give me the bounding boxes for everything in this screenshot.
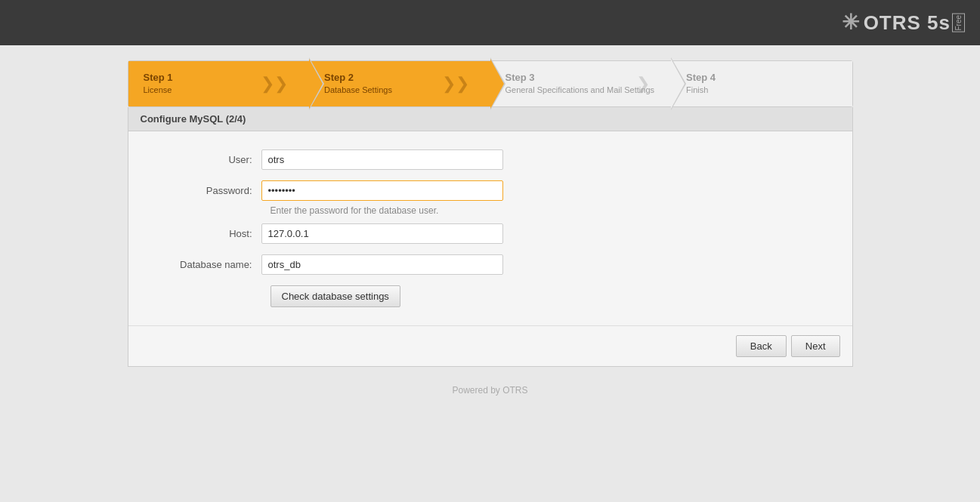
user-label: User: bbox=[141, 149, 261, 165]
steps-bar: Step 1 License ❯❯ Step 2 Database Settin… bbox=[128, 60, 853, 107]
main-container: Step 1 License ❯❯ Step 2 Database Settin… bbox=[128, 45, 853, 426]
step-4-title: Step 4 bbox=[686, 72, 840, 83]
dbname-row: Database name: bbox=[141, 254, 840, 275]
step-1: Step 1 License ❯❯ bbox=[128, 61, 310, 106]
step-4: Step 4 Finish bbox=[671, 61, 852, 106]
card-body: User: Password: Enter the password for t… bbox=[128, 131, 852, 325]
password-row: Password: bbox=[141, 180, 840, 201]
next-button[interactable]: Next bbox=[791, 335, 840, 357]
card-header: Configure MySQL (2/4) bbox=[128, 107, 852, 131]
card-footer: Back Next bbox=[128, 325, 852, 366]
asterisk-icon: ✳ bbox=[842, 12, 859, 33]
host-row: Host: bbox=[141, 223, 840, 244]
powered-by-text: Powered by OTRS bbox=[452, 385, 527, 396]
user-row: User: bbox=[141, 149, 840, 170]
brand-text: OTRS 5s bbox=[864, 11, 951, 35]
step-3-arrow-icon: ❯ bbox=[636, 74, 650, 94]
step-3: Step 3 General Specifications and Mail S… bbox=[490, 61, 672, 106]
step-4-subtitle: Finish bbox=[686, 85, 840, 96]
check-db-button[interactable]: Check database settings bbox=[271, 285, 400, 307]
step-2-arrow-icon: ❯❯ bbox=[442, 74, 469, 94]
content-card: Configure MySQL (2/4) User: Password: En… bbox=[128, 107, 853, 367]
dbname-label: Database name: bbox=[141, 254, 261, 270]
host-label: Host: bbox=[141, 223, 261, 239]
host-input[interactable] bbox=[261, 223, 503, 244]
password-input[interactable] bbox=[261, 180, 503, 201]
password-hint: Enter the password for the database user… bbox=[271, 205, 840, 216]
back-button[interactable]: Back bbox=[736, 335, 787, 357]
step-1-arrow-icon: ❯❯ bbox=[261, 74, 288, 94]
step-2: Step 2 Database Settings ❯❯ bbox=[309, 61, 490, 106]
page-footer: Powered by OTRS bbox=[128, 385, 853, 396]
logo: ✳ OTRS 5s Free bbox=[842, 11, 965, 35]
password-label: Password: bbox=[141, 180, 261, 196]
header: ✳ OTRS 5s Free bbox=[0, 0, 980, 45]
card-header-text: Configure MySQL (2/4) bbox=[141, 113, 246, 125]
free-badge: Free bbox=[952, 14, 965, 32]
dbname-input[interactable] bbox=[261, 254, 503, 275]
user-input[interactable] bbox=[261, 149, 503, 170]
